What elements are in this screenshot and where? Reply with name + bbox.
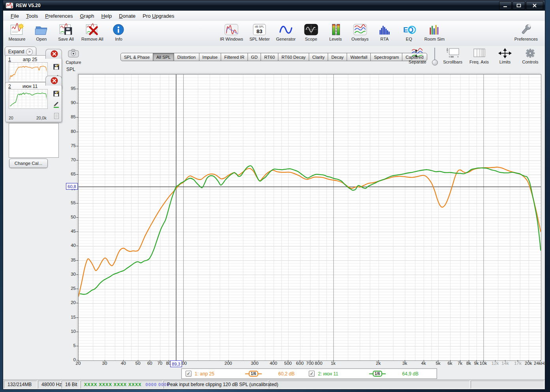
- x-axis-tick: [310, 360, 310, 362]
- toolbar-button-room-sim[interactable]: Room Sim: [423, 22, 446, 42]
- toolbar-button-limits[interactable]: Limits: [494, 47, 516, 65]
- save-button[interactable]: [53, 63, 60, 72]
- tab-rt60-decay[interactable]: RT60 Decay: [278, 53, 309, 61]
- remove-measurement-button[interactable]: [51, 50, 58, 58]
- notes-button[interactable]: [53, 112, 60, 121]
- preferences-icon: [518, 23, 534, 36]
- svg-text:0: 0: [336, 24, 337, 27]
- x-axis-tick: [169, 360, 169, 362]
- svg-text:9: 9: [336, 33, 337, 35]
- toolbar-button-spl-meter[interactable]: dB SPL83SPL Meter: [248, 22, 272, 42]
- legend-smoothing-badge[interactable]: 1/6: [369, 371, 386, 377]
- x-axis-tick: [518, 360, 518, 362]
- menu-item-pro-upgrades[interactable]: Pro Upgrades: [139, 12, 178, 20]
- menu-item-file[interactable]: File: [7, 12, 23, 20]
- menu-item-preferences[interactable]: Preferences: [41, 12, 76, 20]
- separate-label: Separate: [409, 60, 426, 64]
- y-axis-label: 35: [62, 258, 76, 262]
- toolbar-button-scrollbars[interactable]: Scrollbars: [441, 47, 464, 65]
- menu-item-help[interactable]: Help: [98, 12, 116, 20]
- controls-icon: [522, 47, 538, 59]
- overlays-icon: [352, 23, 368, 36]
- info-icon: [111, 23, 127, 36]
- remove-measurement-button[interactable]: [51, 77, 58, 84]
- app-window: REW V5.20 FileToolsPreferencesGraphHelpD…: [3, 0, 545, 390]
- toolbar-button-measure[interactable]: Measure: [6, 22, 28, 42]
- menu-item-donate[interactable]: Donate: [115, 12, 139, 20]
- spl-chart[interactable]: [79, 75, 541, 360]
- toolbar-button-preferences[interactable]: Preferences: [513, 22, 539, 42]
- y-axis-tick: [76, 246, 78, 246]
- x-axis-tick: [333, 360, 334, 362]
- tab-gd[interactable]: GD: [248, 53, 261, 61]
- toolbar-button-remove-all[interactable]: Remove All: [80, 22, 105, 42]
- toolbar-button-info[interactable]: Info: [108, 22, 130, 42]
- x-axis-tick: [540, 360, 541, 362]
- tab-all-spl[interactable]: All SPL: [153, 53, 174, 61]
- toolbar-button-overlays[interactable]: Overlays: [349, 22, 371, 42]
- minimize-button[interactable]: [499, 1, 512, 10]
- toolbar-button-freq-axis[interactable]: Freq. Axis: [468, 47, 490, 65]
- y-axis-label: 50: [62, 215, 76, 219]
- legend-smoothing-badge[interactable]: 1/6: [245, 371, 262, 377]
- toolbar-button-ir-windows[interactable]: IR Windows: [218, 22, 245, 42]
- x-axis-tick: [150, 360, 150, 362]
- limits-icon: [497, 47, 513, 59]
- measurement-thumbnail-chart: [9, 63, 47, 81]
- toolbar-button-generator[interactable]: Generator: [274, 22, 297, 42]
- save-button[interactable]: [53, 90, 60, 99]
- cursor-spl-readout: 60,8: [66, 183, 78, 190]
- y-axis-tick: [76, 103, 78, 103]
- save-icon: [53, 63, 60, 70]
- tab-impulse[interactable]: Impulse: [199, 53, 222, 61]
- measure-label: Measure: [9, 37, 26, 41]
- eq-label: EQ: [406, 37, 412, 41]
- measurement-thumbnail[interactable]: [9, 89, 48, 109]
- tab-rt60[interactable]: RT60: [261, 53, 278, 61]
- menu-item-graph[interactable]: Graph: [76, 12, 98, 20]
- tab-waterfall[interactable]: Waterfall: [347, 53, 371, 61]
- y-axis-tick: [76, 117, 78, 118]
- rta-label: RTA: [380, 37, 389, 41]
- toolbar-button-levels[interactable]: 0369Levels: [325, 22, 346, 42]
- toolbar-button-separate[interactable]: Separate: [407, 47, 428, 65]
- save-all-label: Save All: [58, 37, 74, 41]
- x-axis-tick: [476, 360, 477, 362]
- y-axis-tick: [76, 203, 78, 203]
- tab-distortion[interactable]: Distortion: [174, 53, 199, 61]
- separate-slider[interactable]: [432, 48, 437, 66]
- tab-filtered-ir[interactable]: Filtered IR: [221, 53, 248, 61]
- measurement-thumbnail[interactable]: [9, 62, 48, 82]
- toolbar-button-open[interactable]: Open: [31, 22, 52, 42]
- toolbar-button-eq[interactable]: EQEQ: [398, 22, 420, 42]
- spl-plot[interactable]: Average the Responses: [78, 74, 541, 361]
- legend-checkbox[interactable]: ✓: [309, 371, 315, 377]
- change-cal-button[interactable]: Change Cal...: [9, 159, 48, 168]
- tab-spectrogram[interactable]: Spectrogram: [370, 53, 402, 61]
- measure-icon: [9, 23, 25, 36]
- toolbar-button-save-all[interactable]: Save All: [55, 22, 77, 42]
- open-icon: [33, 23, 50, 36]
- preferences-label: Preferences: [514, 37, 538, 41]
- overlays-label: Overlays: [351, 37, 368, 41]
- measurement-card-2[interactable]: 2июн 112020,0k: [5, 82, 62, 122]
- y-axis-tick: [76, 289, 78, 289]
- pencil-button[interactable]: [53, 101, 60, 110]
- tab-clarity[interactable]: Clarity: [309, 53, 328, 61]
- close-button[interactable]: [526, 1, 543, 10]
- toolbar-button-controls[interactable]: Controls: [520, 47, 541, 65]
- y-axis-tick: [76, 303, 78, 303]
- maximize-button[interactable]: [512, 1, 525, 10]
- save-all-icon: [58, 23, 74, 36]
- status-bar: 132/214MB 48000 Hz 16 Bit XXXX XXXX XXXX…: [3, 379, 545, 389]
- legend-checkbox[interactable]: ✓: [186, 371, 191, 377]
- capture-button[interactable]: Capture: [65, 48, 82, 65]
- tab-decay[interactable]: Decay: [328, 53, 347, 61]
- toolbar-button-rta[interactable]: RTA: [374, 22, 395, 42]
- y-axis-label: 70: [62, 157, 76, 162]
- y-axis-label: 10: [62, 329, 76, 334]
- tab-spl-phase[interactable]: SPL & Phase: [120, 53, 153, 61]
- menu-item-tools[interactable]: Tools: [23, 12, 41, 20]
- legend-cursor-value: 60,2 dB: [278, 371, 295, 377]
- toolbar-button-scope[interactable]: Scope: [300, 22, 322, 42]
